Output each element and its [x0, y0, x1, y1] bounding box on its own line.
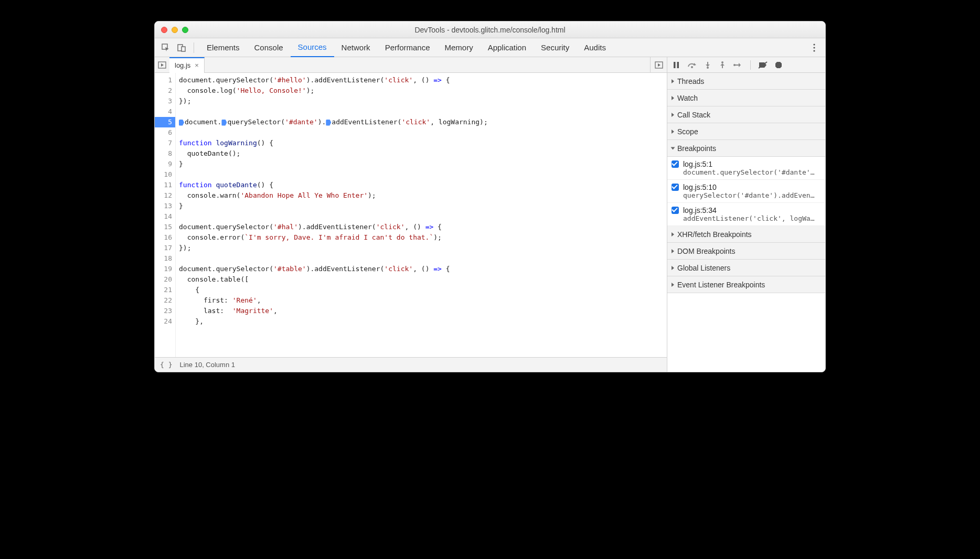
line-number[interactable]: 17 [155, 243, 175, 253]
breakpoint-item[interactable]: log.js:5:34addEventListener('click', log… [667, 203, 825, 226]
code-line[interactable] [179, 127, 667, 138]
code-line[interactable]: quoteDante(); [179, 148, 667, 159]
line-number[interactable]: 19 [155, 264, 175, 274]
line-number[interactable]: 10 [155, 169, 175, 180]
section-breakpoints[interactable]: Breakpoints [667, 140, 825, 157]
code-line[interactable]: document.querySelector('#hello').addEven… [179, 75, 667, 85]
line-number[interactable]: 7 [155, 138, 175, 148]
svg-point-10 [691, 66, 693, 68]
section-label: Watch [677, 94, 698, 102]
code-line[interactable]: console.error(`I'm sorry, Dave. I'm afra… [179, 232, 667, 243]
tab-application[interactable]: Application [481, 38, 534, 57]
line-number[interactable]: 11 [155, 180, 175, 190]
tab-console[interactable]: Console [247, 38, 291, 57]
show-navigator-icon[interactable] [158, 61, 166, 69]
code-line[interactable]: document.querySelector('#table').addEven… [179, 264, 667, 274]
code-line[interactable] [179, 253, 667, 264]
section-scope[interactable]: Scope [667, 123, 825, 140]
code-line[interactable]: { [179, 285, 667, 295]
section-watch[interactable]: Watch [667, 90, 825, 106]
line-number[interactable]: 8 [155, 148, 175, 159]
code-editor[interactable]: 123456789101112131415161718192021222324 … [155, 73, 667, 357]
device-toolbar-icon[interactable] [175, 41, 188, 55]
step-out-icon[interactable] [719, 61, 726, 69]
section-event-listener-breakpoints[interactable]: Event Listener Breakpoints [667, 276, 825, 293]
file-tab-logjs[interactable]: log.js × [169, 57, 205, 73]
line-number[interactable]: 15 [155, 222, 175, 232]
code-line[interactable]: }); [179, 96, 667, 106]
breakpoint-item[interactable]: log.js:5:10querySelector('#dante').addEv… [667, 180, 825, 203]
line-gutter[interactable]: 123456789101112131415161718192021222324 [155, 73, 176, 357]
step-icon[interactable] [733, 61, 743, 69]
tab-performance[interactable]: Performance [378, 38, 438, 57]
line-number[interactable]: 16 [155, 232, 175, 243]
code-line[interactable]: console.table([ [179, 274, 667, 285]
breakpoint-checkbox[interactable] [672, 207, 679, 214]
code-line[interactable]: }); [179, 243, 667, 253]
svg-point-12 [721, 61, 723, 63]
section-label: Threads [677, 77, 704, 85]
section-threads[interactable]: Threads [667, 73, 825, 90]
inspect-element-icon[interactable] [159, 41, 173, 55]
tab-network[interactable]: Network [334, 38, 378, 57]
breakpoint-checkbox[interactable] [672, 160, 679, 168]
line-number[interactable]: 20 [155, 274, 175, 285]
code-line[interactable]: function quoteDante() { [179, 180, 667, 190]
section-dom-breakpoints[interactable]: DOM Breakpoints [667, 243, 825, 260]
code-line[interactable]: } [179, 159, 667, 169]
close-tab-icon[interactable]: × [195, 61, 199, 69]
code-line[interactable]: first: 'René', [179, 295, 667, 306]
breakpoint-checkbox[interactable] [672, 184, 679, 191]
code-line[interactable]: function logWarning() { [179, 138, 667, 148]
line-number[interactable]: 1 [155, 75, 175, 85]
breakpoint-snippet: querySelector('#dante').addEven… [683, 191, 821, 199]
code-line[interactable]: }, [179, 316, 667, 327]
svg-point-4 [813, 47, 815, 48]
code-line[interactable]: console.warn('Abandon Hope All Ye Who En… [179, 190, 667, 201]
line-number[interactable]: 2 [155, 85, 175, 96]
line-number[interactable]: 6 [155, 127, 175, 138]
pause-icon[interactable] [673, 61, 680, 69]
window-title: DevTools - devtools.glitch.me/console/lo… [155, 26, 825, 34]
line-number[interactable]: 14 [155, 211, 175, 222]
line-number[interactable]: 18 [155, 253, 175, 264]
line-number[interactable]: 5 [155, 117, 175, 127]
tab-sources[interactable]: Sources [291, 38, 334, 57]
code-line[interactable] [179, 106, 667, 117]
line-number[interactable]: 21 [155, 285, 175, 295]
code-line[interactable]: document.querySelector('#hal').addEventL… [179, 222, 667, 232]
line-number[interactable]: 3 [155, 96, 175, 106]
code-line[interactable]: last: 'Magritte', [179, 306, 667, 316]
tab-elements[interactable]: Elements [199, 38, 247, 57]
section-xhr-fetch-breakpoints[interactable]: XHR/fetch Breakpoints [667, 226, 825, 243]
step-into-icon[interactable] [704, 61, 711, 69]
section-label: Global Listeners [677, 264, 730, 272]
line-number[interactable]: 22 [155, 295, 175, 306]
tab-audits[interactable]: Audits [577, 38, 613, 57]
more-options-icon[interactable] [807, 44, 821, 52]
code-line[interactable]: document.querySelector('#dante').addEven… [179, 117, 667, 127]
deactivate-breakpoints-icon[interactable] [758, 61, 768, 69]
code-line[interactable]: console.log('Hello, Console!'); [179, 85, 667, 96]
pretty-print-icon[interactable]: { } [160, 361, 172, 369]
code-content[interactable]: document.querySelector('#hello').addEven… [176, 73, 667, 357]
tab-security[interactable]: Security [534, 38, 577, 57]
code-line[interactable] [179, 211, 667, 222]
expand-icon [671, 147, 675, 149]
line-number[interactable]: 12 [155, 190, 175, 201]
line-number[interactable]: 23 [155, 306, 175, 316]
breakpoint-item[interactable]: log.js:5:1document.querySelector('#dante… [667, 157, 825, 180]
code-line[interactable] [179, 169, 667, 180]
section-global-listeners[interactable]: Global Listeners [667, 260, 825, 276]
line-number[interactable]: 13 [155, 201, 175, 211]
pause-on-exceptions-icon[interactable] [775, 61, 782, 69]
section-call-stack[interactable]: Call Stack [667, 106, 825, 123]
svg-rect-8 [674, 62, 676, 68]
tab-memory[interactable]: Memory [438, 38, 481, 57]
step-over-icon[interactable] [687, 61, 697, 69]
code-line[interactable]: } [179, 201, 667, 211]
line-number[interactable]: 9 [155, 159, 175, 169]
show-debugger-icon[interactable] [650, 57, 667, 72]
line-number[interactable]: 4 [155, 106, 175, 117]
line-number[interactable]: 24 [155, 316, 175, 327]
